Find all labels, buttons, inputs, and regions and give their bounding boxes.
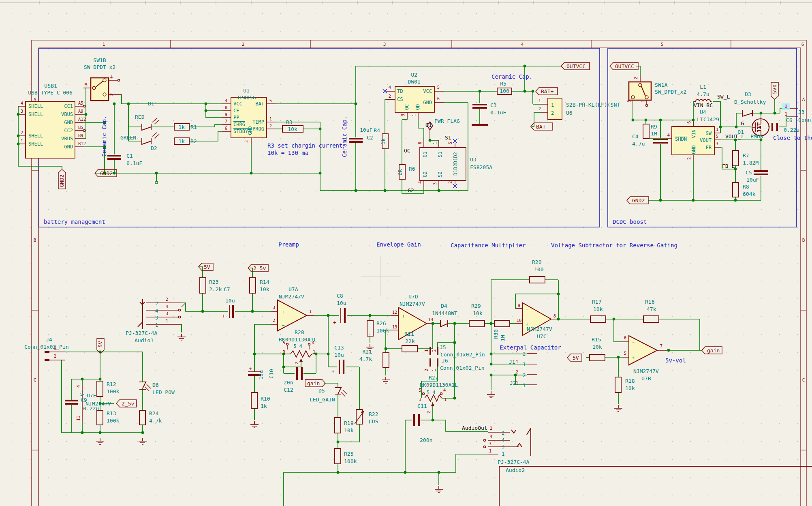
text-4.7k[interactable]: 4.7k [149, 418, 162, 424]
text-2[interactable]: 2 [490, 426, 492, 431]
symbol-circle[interactable] [440, 393, 442, 395]
text-R3_set_chargin_current[interactable]: R3 set chargin current [267, 142, 342, 149]
wire[interactable] [62, 360, 71, 433]
text-6[interactable]: 6 [686, 121, 691, 124]
text-4.7k[interactable]: 4.7k [359, 356, 372, 362]
text-2[interactable]: 2 [424, 369, 429, 371]
text-SW_L[interactable]: SW_L [717, 94, 730, 100]
text-3[interactable]: 3 [244, 140, 249, 143]
text-1[interactable]: 1 [444, 397, 447, 402]
text-VBUS[interactable]: VBUS [61, 136, 73, 142]
junction[interactable] [438, 471, 440, 474]
text-10k[interactable]: 10k [592, 344, 602, 350]
text-3[interactable]: 3 [626, 100, 631, 103]
text-R4[interactable]: R4 [374, 127, 380, 133]
symbol-circle[interactable] [179, 309, 181, 311]
text-10k_=_130_ma[interactable]: 10k = 130 ma [267, 150, 308, 156]
text-1[interactable]: 1 [269, 116, 272, 121]
symbol-stroke[interactable] [335, 388, 341, 394]
junction[interactable] [337, 471, 340, 474]
text-+[interactable]: + [402, 313, 405, 319]
junction[interactable] [532, 90, 534, 93]
junction[interactable] [141, 431, 144, 434]
text-100k[interactable]: 100k [107, 418, 119, 424]
resistor-body[interactable] [590, 354, 605, 361]
text-OC[interactable]: OC [404, 104, 410, 110]
text-C12[interactable]: C12 [284, 387, 293, 393]
text-SW[interactable]: SW [706, 131, 712, 136]
text-+[interactable]: + [526, 322, 528, 327]
junction[interactable] [479, 90, 481, 93]
text-C2[interactable]: C2 [367, 135, 373, 141]
text-D3[interactable]: D3 [745, 91, 751, 97]
text-2[interactable]: 2 [538, 106, 541, 111]
text-LTC3429[interactable]: LTC3429 [697, 116, 719, 122]
text-4[interactable]: 4 [110, 75, 113, 79]
text-R10[interactable]: R10 [261, 396, 270, 402]
text-1[interactable]: 1 [155, 322, 158, 328]
text-TP4056[interactable]: TP4056 [237, 94, 256, 101]
text-VIN_BC[interactable]: VIN_BC [694, 102, 713, 108]
junction[interactable] [99, 378, 102, 381]
junction[interactable] [205, 109, 207, 112]
text-PMOS[interactable]: PMOS [750, 133, 763, 139]
text-2[interactable]: 2 [426, 411, 431, 414]
text-PWR_FLAG[interactable]: PWR_FLAG [434, 118, 460, 124]
junction[interactable] [355, 103, 357, 105]
junction[interactable] [667, 349, 670, 352]
symbol-stroke[interactable] [182, 303, 186, 307]
text-7[interactable]: 7 [225, 119, 227, 124]
symbol-stroke[interactable] [527, 428, 531, 435]
text-G2[interactable]: G2 [408, 187, 414, 193]
resistor-body[interactable] [250, 278, 256, 293]
text-R12[interactable]: R12 [107, 381, 116, 387]
text-+[interactable]: + [331, 368, 335, 374]
text-S2B-PH-KL(LF)(SN)[interactable]: S2B-PH-KL(LF)(SN) [566, 102, 620, 108]
text-R21[interactable]: R21 [363, 349, 372, 355]
symbol-stroke[interactable] [147, 384, 151, 388]
text-2[interactable]: 2 [389, 94, 391, 99]
text-STDBY[interactable]: STDBY [233, 129, 248, 134]
text-100[interactable]: 100 [534, 266, 543, 272]
text-NJM2747V[interactable]: NJM2747V [400, 301, 425, 307]
text-1N4448WT[interactable]: 1N4448WT [432, 310, 457, 316]
text-R27[interactable]: R27 [429, 375, 438, 381]
text-−[interactable]: − [526, 306, 528, 312]
text-CE[interactable]: CE [233, 108, 239, 114]
text-TD[interactable]: TD [397, 88, 403, 94]
text-+[interactable]: + [282, 309, 284, 315]
junction[interactable] [774, 112, 776, 115]
text-6[interactable]: 6 [225, 126, 227, 131]
text-D6[interactable]: D6 [152, 382, 159, 388]
text-USB1[interactable]: USB1 [44, 83, 57, 89]
text-10k[interactable]: 10k [625, 385, 635, 391]
text-C6[interactable]: C6 [786, 117, 793, 123]
text-3[interactable]: 3 [489, 441, 491, 446]
text-3[interactable]: 3 [432, 182, 437, 185]
text-R29[interactable]: R29 [471, 303, 481, 309]
text-R14[interactable]: R14 [260, 279, 269, 285]
text-Preamp[interactable]: Preamp [278, 241, 299, 248]
text-LED_GAIN[interactable]: LED_GAIN [310, 397, 335, 403]
text-604k[interactable]: 604k [743, 191, 755, 197]
junction[interactable] [632, 119, 635, 122]
text-External_Capacitor[interactable]: External Capacitor [500, 344, 561, 351]
symbol-stroke[interactable] [742, 110, 752, 116]
text-6[interactable]: 6 [417, 142, 422, 144]
text-S1[interactable]: S1 [445, 135, 451, 141]
junction[interactable] [432, 419, 434, 422]
text-6[interactable]: 6 [437, 96, 440, 101]
junction[interactable] [282, 366, 285, 369]
text-10uF[interactable]: 10uF [746, 177, 759, 183]
text-Ceramic_Cap.[interactable]: Ceramic Cap. [491, 73, 532, 80]
gnd-symbol[interactable] [382, 377, 390, 383]
text-PP[interactable]: PP [233, 115, 239, 120]
text-SW1B[interactable]: SW1B [93, 57, 106, 63]
text-1[interactable]: 1 [432, 142, 437, 144]
text-1[interactable]: 1 [21, 138, 23, 143]
junction[interactable] [327, 353, 330, 356]
text-3[interactable]: 3 [155, 315, 158, 321]
text-Capacitance_Multiplier[interactable]: Capacitance Multiplier [451, 242, 526, 249]
junction[interactable] [692, 199, 695, 202]
symbol-stroke[interactable] [142, 138, 151, 144]
